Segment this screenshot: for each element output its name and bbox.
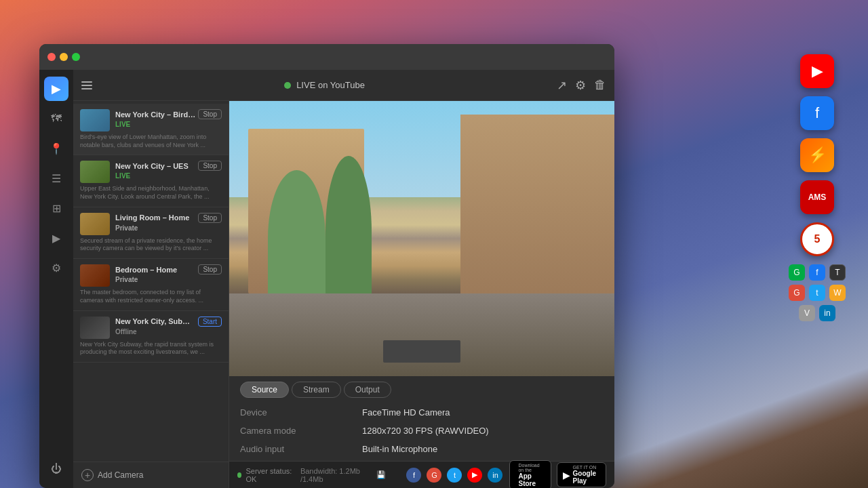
social-icon-twitter[interactable]: t bbox=[447, 468, 462, 483]
camera-list-panel: New York City – Birds Eye Stop LIVE Bird… bbox=[73, 101, 229, 488]
mini-dock: GfTGtWVin bbox=[780, 264, 854, 321]
tree-1 bbox=[268, 170, 326, 308]
camera-info: New York City – UES Stop LIVE bbox=[115, 161, 222, 180]
tab-stream[interactable]: Stream bbox=[292, 382, 341, 398]
settings-icon: ⚙ bbox=[52, 262, 61, 274]
camera-status: Private bbox=[115, 224, 222, 232]
sidebar-item-settings[interactable]: ⚙ bbox=[44, 256, 68, 280]
camera-name: Living Room – Home bbox=[115, 214, 189, 222]
social-icon-linkedin[interactable]: in bbox=[488, 468, 502, 483]
store-icon: ▶ bbox=[563, 470, 570, 481]
dock-icon-thunder[interactable]: ⚡ bbox=[800, 138, 834, 172]
mini-icon-bl1[interactable]: t bbox=[809, 285, 825, 301]
social-icon-facebook[interactable]: f bbox=[406, 468, 421, 483]
sidebar-item-list[interactable]: ☰ bbox=[44, 166, 68, 190]
video-preview bbox=[229, 101, 614, 376]
mini-icon-b1[interactable]: f bbox=[809, 264, 825, 281]
top-bar-actions: ↗ ⚙ 🗑 bbox=[557, 78, 606, 93]
disk-icon: 💾 bbox=[376, 470, 386, 479]
sidebar: ▶ 🗺 📍 ☰ ⊞ ▶ ⚙ bbox=[39, 70, 73, 488]
bandwidth-text: Bandwidth: 1.2Mb /1.4Mb bbox=[300, 467, 370, 483]
camera-name: New York City, Subway bbox=[115, 317, 195, 325]
camera-action-button[interactable]: Stop bbox=[198, 213, 222, 223]
sidebar-item-logo[interactable]: ▶ bbox=[44, 77, 68, 101]
power-icon: ⏻ bbox=[51, 463, 62, 475]
social-icon-google[interactable]: G bbox=[427, 468, 441, 483]
dock-icon-facebook[interactable]: f bbox=[800, 96, 834, 130]
mini-icon-y1[interactable]: W bbox=[829, 285, 846, 301]
live-status-text: LIVE on YouTube bbox=[296, 80, 365, 90]
close-button[interactable] bbox=[47, 53, 56, 61]
camera-list-item[interactable]: Bedroom – Home Stop Private The master b… bbox=[73, 259, 229, 310]
delete-button[interactable]: 🗑 bbox=[594, 78, 606, 92]
store-badge-app-store[interactable]: Download on the App Store bbox=[509, 460, 551, 489]
mini-icon-g1[interactable]: G bbox=[789, 264, 805, 281]
bottom-bar: Server status: OK Bandwidth: 1.2Mb /1.4M… bbox=[229, 461, 614, 488]
camera-description: New York City Subway, the rapid transit … bbox=[80, 341, 222, 357]
window-controls bbox=[47, 53, 80, 61]
camera-list-item[interactable]: New York City – UES Stop LIVE Upper East… bbox=[73, 155, 229, 207]
camera-action-button[interactable]: Stop bbox=[198, 264, 222, 274]
device-label: Device bbox=[240, 406, 362, 419]
audio-input-label: Audio input bbox=[240, 443, 362, 455]
camera-status: LIVE bbox=[115, 121, 222, 128]
map-icon: 🗺 bbox=[51, 113, 62, 125]
camera-list-item[interactable]: Living Room – Home Stop Private Secured … bbox=[73, 207, 229, 259]
hamburger-menu[interactable] bbox=[81, 81, 92, 89]
camera-mode-value: 868x488 30 FPS (RAWVIDEO) bbox=[362, 424, 604, 437]
camera-description: Secured stream of a private residence, t… bbox=[80, 237, 222, 253]
road-bg bbox=[229, 293, 614, 376]
camera-list-item[interactable]: New York City – Birds Eye Stop LIVE Bird… bbox=[73, 104, 229, 155]
sidebar-item-grid[interactable]: ⊞ bbox=[44, 196, 68, 220]
camera-action-button[interactable]: Stop bbox=[198, 161, 222, 171]
camera-action-button[interactable]: Start bbox=[198, 317, 222, 327]
camera-description: Upper East Side and neighborhood, Manhat… bbox=[80, 185, 222, 201]
live-dot bbox=[284, 82, 291, 89]
car-silhouette bbox=[383, 340, 460, 362]
add-camera-button[interactable]: + Add Camera bbox=[73, 462, 229, 488]
right-panel: SourceStreamOutput Device FaceTime HD Ca… bbox=[229, 101, 614, 488]
sidebar-item-location[interactable]: 📍 bbox=[44, 136, 68, 161]
social-links: fGt▶in bbox=[406, 468, 502, 483]
add-camera-label: Add Camera bbox=[98, 470, 143, 480]
tab-output[interactable]: Output bbox=[344, 382, 391, 398]
minimize-button[interactable] bbox=[60, 53, 68, 61]
mini-icon-r1[interactable]: G bbox=[789, 285, 805, 301]
device-value: FaceTime HD Camera bbox=[362, 406, 604, 419]
camera-list: New York City – Birds Eye Stop LIVE Bird… bbox=[73, 101, 229, 462]
store-badge-google-play[interactable]: ▶ GET IT ON Google Play bbox=[557, 462, 606, 487]
sidebar-item-map[interactable]: 🗺 bbox=[44, 106, 68, 131]
social-icon-youtube[interactable]: ▶ bbox=[467, 468, 482, 483]
desktop: ▶ 🗺 📍 ☰ ⊞ ▶ ⚙ bbox=[0, 0, 868, 488]
camera-list-item[interactable]: New York City, Subway Start Offline New … bbox=[73, 311, 229, 363]
source-tabs: SourceStreamOutput bbox=[240, 382, 604, 398]
status-dot bbox=[237, 472, 241, 478]
building-right bbox=[460, 115, 614, 307]
sidebar-item-add[interactable]: ⏻ bbox=[44, 457, 68, 481]
mini-icon-d1[interactable]: T bbox=[829, 264, 846, 281]
camera-status: Offline bbox=[115, 328, 222, 336]
camera-description: Bird's-eye view of Lower Manhattan, zoom… bbox=[80, 134, 222, 149]
mini-icon-g2[interactable]: V bbox=[799, 305, 815, 321]
camera-action-button[interactable]: Stop bbox=[198, 109, 222, 119]
sidebar-item-video[interactable]: ▶ bbox=[44, 226, 68, 250]
mini-icon-li1[interactable]: in bbox=[819, 305, 835, 321]
menu-area bbox=[81, 81, 92, 89]
settings-button[interactable]: ⚙ bbox=[575, 78, 586, 93]
server-status-text: Server status: OK bbox=[245, 467, 293, 483]
add-circle-icon: + bbox=[81, 469, 94, 481]
tab-source[interactable]: Source bbox=[240, 382, 289, 398]
share-button[interactable]: ↗ bbox=[557, 78, 567, 93]
camera-status: LIVE bbox=[115, 172, 222, 180]
dock-icon-ams[interactable]: AMS bbox=[800, 180, 834, 214]
app-window: ▶ 🗺 📍 ☰ ⊞ ▶ ⚙ bbox=[39, 44, 614, 488]
dock-icon-youtube[interactable]: ▶ bbox=[800, 54, 834, 88]
store-badge-sub: GET IT ON bbox=[573, 465, 600, 470]
maximize-button[interactable] bbox=[72, 53, 80, 61]
top-bar: LIVE on YouTube ↗ ⚙ 🗑 bbox=[73, 70, 614, 101]
camera-thumbnail bbox=[80, 264, 110, 287]
camera-name: New York City – Birds Eye bbox=[115, 110, 195, 119]
live-status-area: LIVE on YouTube bbox=[100, 80, 549, 90]
dock-icon-s5[interactable]: 5 bbox=[800, 222, 834, 256]
camera-name: Bedroom – Home bbox=[115, 266, 177, 274]
